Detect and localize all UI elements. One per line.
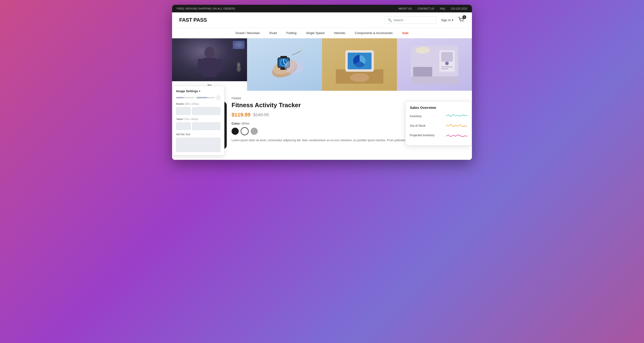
svg-rect-25 [352,74,367,79]
phone-number: 222-222-2222 [451,7,467,10]
slider-bar-2[interactable] [196,97,215,98]
inventory-chart [446,113,468,120]
top-bar: FREE GROUND SHIPPING ON ALL ORDERS ABOUT… [172,5,472,13]
tablet-input-group [176,122,220,130]
nav-helmets[interactable]: Helmets [334,31,345,35]
price-original: $149.99 [254,112,269,117]
svg-rect-4 [198,59,202,73]
svg-rect-35 [413,67,432,77]
nav-road[interactable]: Road [270,31,277,35]
product-card-tv[interactable]: TV [172,38,247,91]
search-input[interactable] [394,18,433,22]
brand-name: FitWell [232,97,465,100]
mobile-label: Mobile (360 x 240px) [176,102,220,105]
mobile-input-group [176,107,220,115]
nav-folding[interactable]: Folding [286,31,296,35]
tablet-input-2[interactable] [192,122,220,130]
chevron-icon: ▾ [199,90,200,92]
svg-point-7 [238,64,240,66]
svg-rect-31 [441,67,453,67]
svg-point-2 [204,47,215,59]
product-card-remote-systems[interactable]: REMOTE SYSTEMS [322,38,397,91]
panel-header: Image Settings ▾ [176,89,220,93]
slider-row: i [176,96,220,100]
info-icon[interactable]: i [216,96,220,100]
projected-inventory-chart [446,132,468,139]
alt-text-area[interactable] [176,138,220,152]
search-icon: 🔍 [388,18,392,22]
tablet-input-1[interactable] [176,122,191,130]
svg-rect-32 [441,68,448,69]
color-swatch-gray[interactable] [250,128,258,135]
sales-item-projected: Projected Inventory [410,132,468,139]
cart-icon[interactable]: 2 [458,17,465,23]
logo[interactable]: FAST PASS [179,17,207,23]
svg-rect-3 [202,58,217,77]
nav-components-accessories[interactable]: Components & Accessories [355,31,393,35]
sales-item-out-of-stock: Out of Stock [410,122,468,129]
faq-link[interactable]: FAQ [440,7,445,10]
svg-point-10 [240,69,240,70]
chevron-down-icon: ▾ [452,18,453,22]
nav-gravel-mountain[interactable]: Gravel / Mountain [235,31,260,35]
price-current: $119.99 [232,112,250,118]
svg-point-0 [460,22,461,22]
mobile-input-2[interactable] [192,107,220,115]
out-of-stock-chart [446,122,468,129]
cart-count: 2 [462,15,466,19]
color-value: White [242,122,250,125]
svg-point-19 [285,60,304,74]
sign-in-button[interactable]: Sign In ▾ [441,18,453,22]
nav-sale[interactable]: Sale [402,31,409,35]
svg-point-9 [237,69,238,70]
svg-rect-28 [441,52,453,62]
product-grid: TV [172,38,472,91]
navigation: Gravel / Mountain Road Folding Single Sp… [172,28,472,38]
about-us-link[interactable]: ABOUT US [398,7,412,10]
svg-point-8 [238,67,239,68]
svg-rect-5 [217,59,222,72]
search-box[interactable]: 🔍 [384,16,436,24]
contact-us-link[interactable]: CONTACT US [418,7,434,10]
svg-point-30 [446,62,448,64]
image-settings-panel: Image Settings ▾ i Mobile (360 x 240px) … [172,86,224,156]
sales-item-inventory: Inventory [410,113,468,120]
header-right: 🔍 Sign In ▾ 2 [384,16,465,24]
slider-bar[interactable] [176,97,194,98]
svg-point-1 [463,22,463,22]
svg-rect-34 [411,77,458,84]
svg-rect-16 [280,56,287,58]
shipping-text: FREE GROUND SHIPPING ON ALL ORDERS [177,7,235,10]
product-card-smart-watches[interactable]: SMART WATCHES [247,38,322,91]
tablet-label: Tablet (760 x 300px) [176,118,220,121]
nav-single-speed[interactable]: Single Speed [306,31,324,35]
alt-title-label: Alt/Title Text [176,133,220,136]
sales-overview-panel: Sales Overview Inventory Out of Stock Pr… [405,102,472,146]
svg-point-18 [300,49,302,52]
top-bar-right: ABOUT US CONTACT US FAQ 222-222-2222 [398,7,467,10]
sales-panel-title: Sales Overview [410,106,468,110]
mobile-input-1[interactable] [176,107,191,115]
header: FAST PASS 🔍 Sign In ▾ 2 [172,13,472,28]
color-swatch-white[interactable] [241,128,248,135]
svg-point-33 [416,47,430,54]
panel-title[interactable]: Image Settings ▾ [176,89,200,93]
color-swatch-black[interactable] [232,128,239,135]
product-card-smart-house[interactable]: SMART HOUSE [397,38,472,91]
